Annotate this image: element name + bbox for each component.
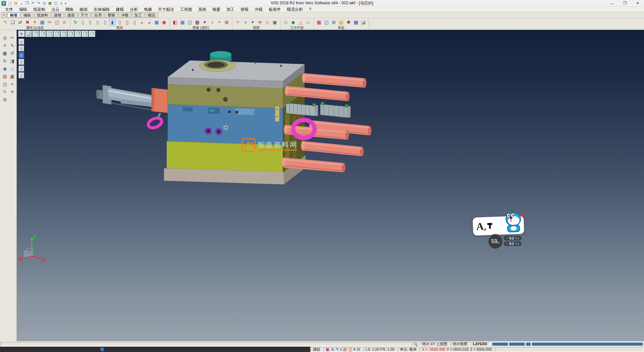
menu-item[interactable]: 冲模 bbox=[252, 7, 266, 12]
view-cube-button[interactable]: ❐ bbox=[74, 31, 81, 37]
dock-tool-icon[interactable]: ✦ bbox=[9, 89, 15, 95]
menu-item[interactable]: 线架构 bbox=[30, 7, 48, 12]
dock-tool-icon[interactable]: ◫ bbox=[2, 81, 8, 87]
status-icon[interactable]: ◫ bbox=[348, 347, 352, 351]
menu-item[interactable]: 分析 bbox=[127, 7, 141, 12]
dock-tool-icon[interactable]: ◇ bbox=[9, 65, 15, 72]
toolbar-icon[interactable]: ▯ bbox=[124, 19, 130, 26]
maximize-button[interactable]: ❐ bbox=[619, 0, 631, 6]
view-cube-button[interactable]: ❏ bbox=[25, 31, 32, 37]
status-search[interactable] bbox=[412, 342, 419, 346]
toolbar-icon[interactable]: △ bbox=[297, 19, 304, 26]
toolbar-icon[interactable]: ▯ bbox=[116, 19, 123, 26]
toolbar-icon[interactable]: ▩ bbox=[194, 19, 201, 26]
toolbar-icon[interactable]: ◫ bbox=[323, 19, 330, 26]
menu-item[interactable]: 视窗 bbox=[209, 7, 223, 12]
close-button[interactable]: ✕ bbox=[631, 0, 644, 6]
status-abs-xy-view[interactable]: 绝对 XY 上视图 bbox=[420, 342, 450, 346]
toolbar-icon[interactable]: ✦ bbox=[201, 19, 208, 26]
toolbar-icon[interactable]: ▱ bbox=[305, 19, 311, 26]
tab-dropdown-icon[interactable]: ▾ bbox=[1, 12, 7, 17]
toolbar-icon[interactable]: ▼ bbox=[32, 19, 38, 26]
toolbar-icon[interactable]: ⊞ bbox=[330, 19, 337, 26]
toolbar-icon[interactable]: ▮ bbox=[109, 19, 116, 26]
toolbar-icon[interactable]: ◒ bbox=[146, 19, 153, 26]
menu-item[interactable]: 塑模 bbox=[237, 7, 252, 12]
menu-item[interactable]: 点云 bbox=[48, 7, 62, 12]
status-icon[interactable]: ▤ bbox=[343, 347, 347, 351]
toolbar-icon[interactable]: ▦ bbox=[316, 19, 322, 26]
toolbar-tab[interactable]: 模流 bbox=[145, 12, 158, 18]
mold-assembly[interactable] bbox=[96, 51, 372, 184]
quick-access-icon[interactable]: ▦ bbox=[47, 1, 53, 6]
palette-toggle-button[interactable]: ▯ bbox=[18, 45, 24, 51]
toolbar-icon[interactable]: ⇄ bbox=[17, 19, 23, 26]
toolbar-icon[interactable]: ▦ bbox=[153, 19, 160, 26]
toolbar-icon[interactable]: ◑ bbox=[209, 19, 215, 26]
view-cube-button[interactable]: ❐ bbox=[53, 31, 60, 37]
palette-toggle-button[interactable]: ▯ bbox=[18, 59, 24, 65]
status-icon[interactable]: ▾ bbox=[354, 347, 356, 351]
toolbar-tab[interactable]: 建模 bbox=[51, 12, 64, 18]
toolbar-icon[interactable]: ⊞ bbox=[223, 19, 230, 26]
menu-item[interactable]: 建模 bbox=[113, 7, 127, 12]
toolbar-icon[interactable]: ◆ bbox=[290, 19, 297, 26]
quick-access-icon[interactable]: ▢ bbox=[7, 1, 13, 6]
status-icon[interactable]: ▣ bbox=[326, 347, 329, 351]
toolbar-icon[interactable]: ◧ bbox=[172, 19, 178, 26]
toolbar-tab[interactable]: 线架构 bbox=[34, 12, 51, 18]
toolbar-icon[interactable]: ▯ bbox=[79, 19, 86, 26]
layer-bar[interactable] bbox=[532, 343, 643, 346]
toolbar-icon[interactable]: ◪ bbox=[360, 19, 367, 26]
menu-item[interactable]: 工程图 bbox=[177, 7, 195, 12]
status-icon[interactable]: ⊕ bbox=[331, 347, 334, 351]
units-indicator[interactable]: 单位: 毫米 bbox=[397, 347, 419, 352]
view-cube-button[interactable]: ❐ bbox=[60, 31, 67, 37]
toolbar-tab[interactable]: 曲面 bbox=[65, 12, 77, 18]
toolbar-icon[interactable]: ◇ bbox=[264, 19, 271, 26]
toolbar-icon[interactable]: ❏ bbox=[9, 19, 16, 26]
status-icon[interactable]: ℹ bbox=[340, 347, 342, 351]
view-cube-button[interactable]: ≡ bbox=[18, 31, 25, 37]
toolbar-icon[interactable]: ▯ bbox=[94, 19, 101, 26]
view-cube-button[interactable]: ❐ bbox=[82, 31, 88, 37]
palette-toggle-button[interactable]: ▯ bbox=[18, 65, 24, 72]
scale-indicator[interactable]: LS: 1.00 PS: 1.00 bbox=[363, 347, 397, 352]
toolbar-icon[interactable]: ⊘ bbox=[61, 19, 68, 26]
toolbar-icon[interactable]: ◓ bbox=[216, 19, 223, 26]
menu-item[interactable]: 加工 bbox=[223, 7, 237, 12]
dock-tool-icon[interactable]: ✎ bbox=[9, 42, 15, 49]
menu-item[interactable]: 曲面 bbox=[76, 7, 91, 12]
toolbar-icon[interactable]: ◑ bbox=[242, 19, 249, 26]
toolbar-icon[interactable]: ✱ bbox=[345, 19, 352, 26]
dock-tool-icon[interactable]: ▦ bbox=[9, 73, 15, 80]
toolbar-icon[interactable]: ✑ bbox=[46, 19, 53, 26]
toolbar-icon[interactable]: ✖ bbox=[24, 19, 31, 26]
battery-percent-badge[interactable]: 59% bbox=[488, 234, 503, 249]
toolbar-tab[interactable]: 加工 bbox=[132, 12, 145, 18]
toolbar-icon[interactable]: ◒ bbox=[139, 19, 145, 26]
toolbar-icon[interactable]: ▩ bbox=[353, 19, 359, 26]
toolbar-tab[interactable]: 编辑 bbox=[21, 12, 34, 18]
dock-tool-icon[interactable]: ↻ bbox=[2, 58, 8, 64]
view-cube-button[interactable]: ❐ bbox=[46, 31, 53, 37]
layer-bar[interactable] bbox=[492, 343, 508, 346]
3d-viewport[interactable]: 智造资料网 Z X bbox=[17, 30, 644, 341]
quick-access-icon[interactable]: ↷ bbox=[36, 1, 41, 6]
toolbar-tab[interactable]: 应用 bbox=[92, 12, 104, 18]
dock-tool-icon[interactable]: ◉ bbox=[2, 65, 8, 72]
dock-tool-icon[interactable]: ⊞ bbox=[2, 96, 8, 103]
menu-item[interactable]: 电极 bbox=[141, 7, 155, 12]
status-icon[interactable]: ✎ bbox=[335, 347, 339, 351]
quick-access-icon[interactable]: ▤ bbox=[13, 1, 18, 6]
snap-toggle[interactable]: 捕捉 bbox=[311, 347, 323, 352]
desktop-helper-widget[interactable]: A bbox=[473, 216, 524, 235]
quick-access-icon[interactable]: ◎ bbox=[42, 1, 47, 6]
menu-item[interactable]: 尺寸标注 bbox=[155, 7, 177, 12]
dock-tool-icon[interactable]: ▤ bbox=[2, 73, 8, 80]
menu-item[interactable]: 网格 bbox=[62, 7, 76, 12]
toolbar-icon[interactable]: ✦ bbox=[249, 19, 256, 26]
dock-tool-icon[interactable]: ✛ bbox=[2, 42, 8, 49]
menu-item[interactable]: 模流分析 bbox=[284, 7, 306, 12]
dock-tool-icon[interactable]: ↺ bbox=[9, 50, 15, 56]
